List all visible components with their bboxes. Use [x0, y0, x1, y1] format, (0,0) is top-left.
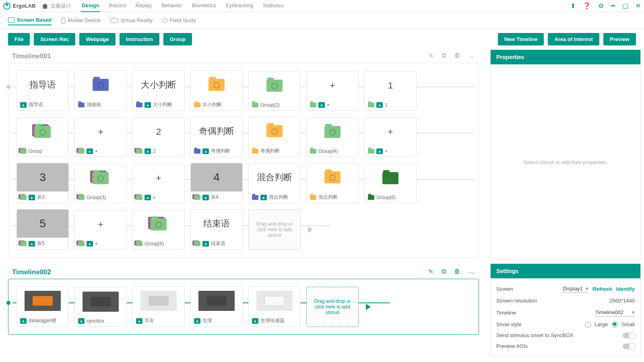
stimulus-node[interactable]: 2▲2 — [132, 117, 185, 157]
stimulus-node[interactable]: 混合判断 — [306, 163, 359, 204]
tab-eyetracking[interactable]: Eyetracking — [225, 0, 254, 12]
edit-icon[interactable]: ✎ — [428, 268, 433, 276]
screen-label: Screen — [496, 286, 513, 292]
tab-record[interactable]: Record — [108, 0, 127, 12]
mobile-icon — [61, 17, 65, 24]
stimulus-node[interactable]: Group(2) — [248, 71, 301, 111]
collapse-icon[interactable]: ︿ — [469, 52, 475, 60]
close-icon[interactable]: ✕ — [636, 2, 641, 10]
timeline-dropdown[interactable]: Timeline002 — [594, 309, 635, 317]
drop-zone[interactable]: Drag and drop or click here to add stimu… — [306, 287, 359, 327]
stimulus-node[interactable]: 大小判断▲大小判断 — [132, 70, 185, 111]
stimulus-node[interactable]: 5▲灰5 — [17, 209, 69, 250]
timeline-header: Timeline001 ✎ ⧉ 🗑 ︿ — [8, 49, 479, 63]
home-icon — [42, 4, 48, 9]
stimulus-node[interactable]: ▲耳夹 — [132, 286, 185, 327]
stimulus-node[interactable]: 4▲灰4 — [190, 163, 243, 204]
stimulus-node[interactable]: 3▲灰3 — [17, 163, 69, 204]
delete-icon[interactable]: 🗑 — [454, 268, 460, 276]
subnav-field[interactable]: Field Study — [163, 15, 196, 25]
syncbox-label: Send stimulus onset to SyncBOX — [496, 332, 573, 338]
stimulus-node[interactable]: ▲datalogger橙 — [17, 286, 69, 327]
copy-icon[interactable]: ⧉ — [442, 268, 446, 276]
stimulus-node[interactable]: +▲+ — [306, 71, 359, 111]
stimulus-node[interactable]: ▲syncbox — [74, 287, 127, 327]
image-icon: ▲ — [20, 318, 27, 324]
preview-aoi-label: Preview AOIs — [496, 343, 528, 349]
refresh-link[interactable]: Refresh — [592, 286, 612, 292]
tab-replay[interactable]: Replay — [135, 0, 153, 12]
stimulus-node[interactable]: 奇偶判断▲奇偶判断 — [190, 117, 243, 157]
tab-experiment-design[interactable]: 实验设计 — [41, 0, 73, 12]
folder-icon — [78, 103, 85, 107]
stimulus-node[interactable]: 混合判断▲混合判断 — [248, 163, 301, 204]
help-icon[interactable]: ❓ — [583, 2, 591, 10]
tab-statistics[interactable]: Statistics — [262, 0, 285, 12]
right-panels: Properties Select stimuli to edit their … — [487, 49, 644, 359]
folder-stack-icon — [136, 195, 142, 200]
collapse-icon[interactable]: ︿ — [469, 268, 475, 276]
folder-icon — [310, 149, 316, 154]
group-button[interactable]: Group — [163, 33, 192, 45]
delete-icon[interactable]: 🗑 — [454, 52, 460, 60]
screenrec-button[interactable]: Screen Rec — [34, 33, 75, 45]
image-icon: ▲ — [20, 102, 27, 108]
subnav-mobile[interactable]: Mobile Device — [61, 15, 101, 25]
image-icon: ▲ — [260, 195, 267, 200]
image-icon: ▲ — [78, 318, 85, 324]
stimulus-node[interactable]: +▲+ — [74, 210, 127, 249]
syncbox-toggle[interactable] — [623, 333, 635, 338]
timeline-body[interactable]: 指导语▲指导语 顶级组 大小判断▲大小判断 大小判断 Group(2) +▲+ … — [8, 63, 479, 257]
subnav-screen-based[interactable]: Screen Based — [8, 15, 52, 25]
stimulus-node[interactable]: 1▲1 — [364, 71, 417, 111]
upload-icon[interactable]: ⬆ — [570, 2, 576, 10]
stimulus-node[interactable]: 结束语▲结束语 — [190, 209, 243, 250]
tab-biometrics[interactable]: Biometrics — [191, 0, 217, 12]
image-icon: ▲ — [252, 318, 258, 324]
preview-aoi-toggle[interactable] — [623, 343, 635, 349]
screen-dropdown[interactable]: Display1 — [562, 285, 588, 293]
stimulus-node[interactable]: ▲生理传感器 — [248, 286, 301, 327]
stimulus-node[interactable]: 指导语▲指导语 — [17, 70, 69, 111]
canvas-area: Timeline001 ✎ ⧉ 🗑 ︿ 指导语▲指导语 顶级组 大小判断▲大小判… — [0, 49, 487, 359]
gear-icon[interactable]: ⚙ — [598, 2, 604, 10]
folder-icon — [368, 149, 374, 154]
stimulus-node[interactable]: +▲+ — [364, 117, 417, 157]
tab-behavior[interactable]: Behavior — [161, 0, 183, 12]
minimize-icon[interactable]: ━ — [611, 2, 615, 10]
identify-link[interactable]: Identify — [616, 286, 635, 292]
folder-stack-icon — [78, 149, 85, 154]
timeline-002: Timeline002 ✎ ⧉ 🗑 ︿ ▲datalogger橙 ▲syncbo… — [8, 265, 479, 335]
drop-zone[interactable]: Drag and drop or click here to add stimu… — [248, 210, 301, 250]
stimulus-node[interactable]: Group(5) — [132, 210, 185, 249]
show-style-label: Show style — [496, 321, 522, 327]
preview-button[interactable]: Preview — [603, 33, 636, 45]
maximize-icon[interactable]: ▢ — [622, 2, 628, 10]
file-button[interactable]: File — [8, 33, 30, 45]
stimulus-node[interactable]: +▲+ — [132, 164, 185, 203]
subnav-vr[interactable]: Virtual Reality — [110, 15, 153, 25]
radio-large[interactable] — [585, 322, 590, 327]
tab-design[interactable]: Design — [81, 0, 100, 12]
radio-small[interactable] — [612, 322, 617, 327]
stimulus-node[interactable]: +▲+ — [74, 117, 127, 157]
stimulus-node[interactable]: 大小判断 — [190, 70, 243, 111]
stimulus-node[interactable]: 顶级组 — [74, 70, 127, 111]
instruction-button[interactable]: Instruction — [120, 33, 159, 45]
folder-icon — [310, 195, 316, 200]
new-timeline-button[interactable]: New Timeline — [498, 33, 544, 45]
folder-stack-icon — [93, 172, 109, 184]
stimulus-node[interactable]: ▲生理 — [190, 286, 243, 327]
stimulus-node[interactable]: Group(4) — [306, 117, 359, 157]
thumbnail-icon — [83, 292, 119, 312]
stimulus-node[interactable]: Group — [17, 117, 69, 157]
folder-icon — [93, 79, 109, 91]
aoi-button[interactable]: Area of Interest — [548, 33, 599, 45]
stimulus-node[interactable]: 奇偶判断 — [248, 117, 301, 157]
timeline-body[interactable]: ▲datalogger橙 ▲syncbox ▲耳夹 ▲生理 ▲生理传感器 Dra… — [8, 279, 479, 335]
stimulus-node[interactable]: Group(3) — [74, 164, 127, 203]
edit-icon[interactable]: ✎ — [428, 52, 433, 60]
stimulus-node[interactable]: Group(6) — [364, 164, 417, 203]
webpage-button[interactable]: Webpage — [79, 33, 116, 45]
copy-icon[interactable]: ⧉ — [442, 52, 446, 60]
